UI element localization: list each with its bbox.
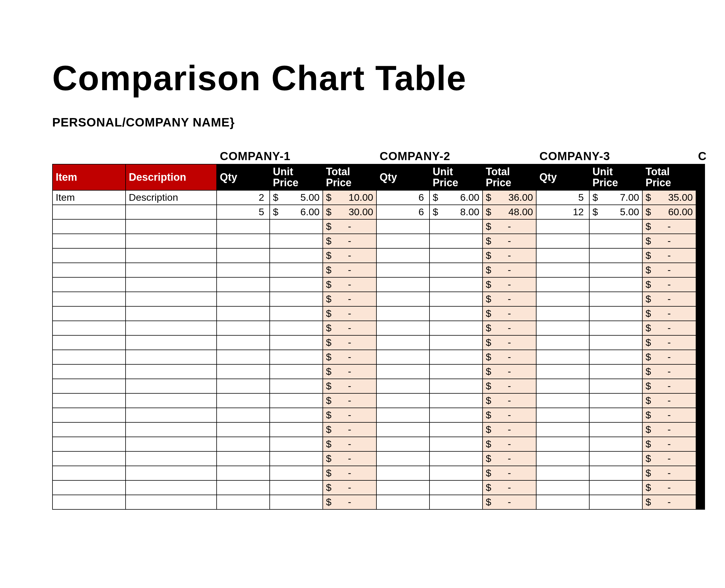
table-cell[interactable] <box>217 277 270 292</box>
table-cell[interactable] <box>217 364 270 379</box>
table-cell[interactable] <box>589 306 642 321</box>
table-cell[interactable] <box>217 408 270 422</box>
table-cell[interactable]: Item <box>52 190 126 205</box>
table-cell[interactable] <box>126 393 217 408</box>
table-cell[interactable] <box>536 495 589 509</box>
table-cell[interactable]: 12 <box>536 205 589 219</box>
table-cell[interactable] <box>377 364 429 379</box>
table-cell[interactable] <box>270 480 323 495</box>
table-cell[interactable] <box>589 495 642 509</box>
money-cell-empty[interactable]: $- <box>483 422 536 437</box>
table-cell[interactable] <box>589 451 642 466</box>
money-cell-empty[interactable]: $- <box>483 437 536 451</box>
money-cell-empty[interactable]: $- <box>642 277 696 292</box>
table-cell[interactable] <box>270 263 323 277</box>
table-cell[interactable] <box>126 277 217 292</box>
table-cell[interactable] <box>377 248 429 263</box>
table-cell[interactable] <box>126 219 217 234</box>
table-cell[interactable] <box>589 408 642 422</box>
table-cell[interactable] <box>126 321 217 335</box>
money-cell-empty[interactable]: $- <box>642 451 696 466</box>
table-cell[interactable] <box>536 393 589 408</box>
table-cell[interactable] <box>589 234 642 248</box>
money-cell-empty[interactable]: $- <box>642 234 696 248</box>
money-cell-empty[interactable]: $- <box>642 480 696 495</box>
table-cell[interactable] <box>536 364 589 379</box>
money-cell-empty[interactable]: $- <box>323 437 377 451</box>
money-cell-empty[interactable]: $- <box>642 408 696 422</box>
table-cell[interactable] <box>536 466 589 480</box>
money-cell-empty[interactable]: $- <box>323 350 377 364</box>
money-cell-empty[interactable]: $- <box>483 451 536 466</box>
money-cell-empty[interactable]: $- <box>642 292 696 306</box>
money-cell-empty[interactable]: $- <box>642 321 696 335</box>
table-cell[interactable] <box>52 364 126 379</box>
money-cell-empty[interactable]: $- <box>642 393 696 408</box>
money-cell[interactable]: $48.00 <box>483 205 536 219</box>
table-cell[interactable] <box>536 480 589 495</box>
table-cell[interactable] <box>429 422 483 437</box>
table-cell[interactable] <box>270 321 323 335</box>
table-cell[interactable] <box>429 495 483 509</box>
money-cell-empty[interactable]: $- <box>323 292 377 306</box>
table-cell[interactable] <box>52 393 126 408</box>
table-cell[interactable] <box>126 234 217 248</box>
table-cell[interactable] <box>126 292 217 306</box>
table-cell[interactable] <box>429 263 483 277</box>
table-cell[interactable] <box>52 480 126 495</box>
money-cell-empty[interactable]: $- <box>483 306 536 321</box>
table-cell[interactable] <box>270 466 323 480</box>
table-cell[interactable] <box>217 248 270 263</box>
table-cell[interactable] <box>536 248 589 263</box>
table-cell[interactable] <box>52 277 126 292</box>
money-cell-empty[interactable]: $- <box>323 393 377 408</box>
table-cell[interactable]: Description <box>126 190 217 205</box>
money-cell-empty[interactable]: $- <box>323 234 377 248</box>
table-cell[interactable] <box>429 408 483 422</box>
table-cell[interactable] <box>52 408 126 422</box>
table-cell[interactable] <box>270 422 323 437</box>
table-cell[interactable] <box>52 205 126 219</box>
table-cell[interactable] <box>536 321 589 335</box>
table-cell[interactable] <box>270 393 323 408</box>
table-cell[interactable] <box>52 292 126 306</box>
table-cell[interactable] <box>217 437 270 451</box>
table-cell[interactable] <box>377 480 429 495</box>
table-cell[interactable] <box>217 219 270 234</box>
table-cell[interactable] <box>429 350 483 364</box>
table-cell[interactable] <box>52 379 126 393</box>
table-cell[interactable] <box>270 451 323 466</box>
table-cell[interactable] <box>270 292 323 306</box>
table-cell[interactable] <box>377 219 429 234</box>
money-cell-empty[interactable]: $- <box>642 466 696 480</box>
money-cell[interactable]: $60.00 <box>642 205 696 219</box>
money-cell-empty[interactable]: $- <box>483 292 536 306</box>
table-cell[interactable] <box>126 263 217 277</box>
table-cell[interactable] <box>217 350 270 364</box>
table-cell[interactable] <box>217 306 270 321</box>
money-cell-empty[interactable]: $- <box>642 364 696 379</box>
money-cell-empty[interactable]: $- <box>642 379 696 393</box>
money-cell-empty[interactable]: $- <box>642 306 696 321</box>
table-cell[interactable]: 5 <box>217 205 270 219</box>
table-cell[interactable] <box>429 321 483 335</box>
table-cell[interactable] <box>270 379 323 393</box>
table-cell[interactable] <box>52 219 126 234</box>
table-cell[interactable] <box>536 437 589 451</box>
table-cell[interactable] <box>126 335 217 350</box>
money-cell[interactable]: $5.00 <box>589 205 642 219</box>
table-cell[interactable] <box>429 335 483 350</box>
table-cell[interactable] <box>270 248 323 263</box>
table-cell[interactable] <box>126 205 217 219</box>
money-cell-empty[interactable]: $- <box>323 306 377 321</box>
table-cell[interactable] <box>429 379 483 393</box>
table-cell[interactable] <box>429 277 483 292</box>
money-cell[interactable]: $6.00 <box>270 205 323 219</box>
money-cell-empty[interactable]: $- <box>642 495 696 509</box>
table-cell[interactable] <box>536 219 589 234</box>
table-cell[interactable] <box>429 292 483 306</box>
money-cell-empty[interactable]: $- <box>483 408 536 422</box>
table-cell[interactable] <box>126 379 217 393</box>
table-cell[interactable] <box>536 451 589 466</box>
table-cell[interactable] <box>217 480 270 495</box>
